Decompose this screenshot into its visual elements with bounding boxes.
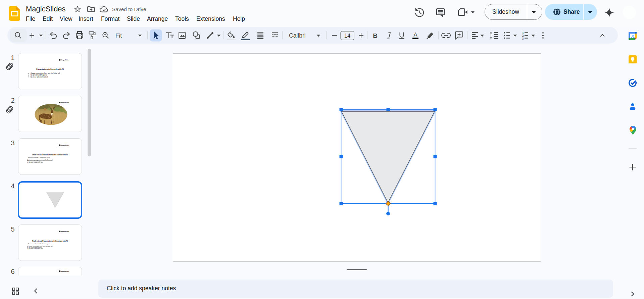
svg-text:Fit: Fit: [115, 33, 122, 39]
svg-text:B: B: [373, 32, 378, 39]
svg-text:MagicSlides: MagicSlides: [61, 59, 69, 61]
svg-text:3. No need to learn new tool: 3. No need to learn new tool: [27, 248, 43, 249]
svg-text:Professional Presentations in: Professional Presentations in Seconds wi…: [32, 240, 68, 242]
svg-text:MagicSlides: MagicSlides: [61, 144, 69, 146]
svg-text:MagicSlides: MagicSlides: [61, 270, 69, 272]
svg-text:No Credit Card Required: No Credit Card Required: [31, 74, 47, 76]
svg-text:Professional Presentations in: Professional Presentations in Seconds wi…: [32, 154, 68, 156]
svg-text:3: 3: [522, 37, 524, 40]
svg-text:Calibri: Calibri: [289, 32, 306, 39]
svg-text:31: 31: [631, 34, 635, 38]
svg-text:Create presentation from text,: Create presentation from text, YouTube, …: [31, 72, 60, 74]
svg-text:MagicSlides: MagicSlides: [61, 231, 69, 232]
svg-text:A: A: [413, 32, 417, 38]
svg-text:Never start from a blank slide: Never start from a blank slide again.: [28, 243, 50, 244]
svg-text:No need to learn new tool: No need to learn new tool: [31, 76, 48, 78]
svg-text:Presentations in Seconds with: Presentations in Seconds with AI: [36, 68, 64, 70]
svg-text:3. No need to learn new tool: 3. No need to learn new tool: [27, 162, 43, 163]
svg-text:Never start from a blank slide: Never start from a blank slide again.: [28, 157, 50, 158]
svg-text:14: 14: [344, 33, 350, 39]
svg-text:MagicSlides: MagicSlides: [61, 102, 69, 103]
